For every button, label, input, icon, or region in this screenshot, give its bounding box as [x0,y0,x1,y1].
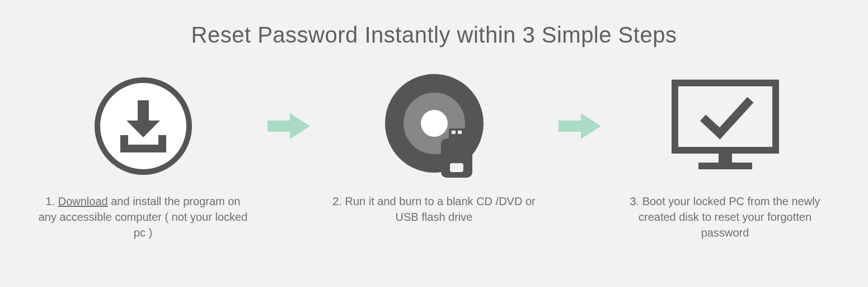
download-icon [31,70,255,182]
arrow-icon [255,70,322,182]
step-3: 3. Boot your locked PC from the newly cr… [613,70,837,240]
download-link[interactable]: Download [58,195,108,207]
steps-row: 1. Download and install the program on a… [11,70,857,240]
svg-rect-12 [450,163,463,172]
svg-rect-16 [719,150,732,163]
step-1-num: 1. [45,195,55,207]
step-2-num: 2. [332,195,342,207]
step-2-text: Run it and burn to a blank CD /DVD or US… [342,195,536,223]
step-1: 1. Download and install the program on a… [31,70,255,240]
step-3-caption: 3. Boot your locked PC from the newly cr… [613,182,837,240]
svg-marker-14 [581,113,601,139]
svg-rect-1 [138,100,149,121]
monitor-check-icon [613,70,837,182]
svg-rect-13 [559,121,581,132]
step-2: 2. Run it and burn to a blank CD /DVD or… [322,70,546,225]
svg-marker-4 [290,113,310,139]
disc-usb-icon [322,70,546,182]
svg-rect-10 [458,131,462,134]
arrow-icon [546,70,613,182]
step-2-caption: 2. Run it and burn to a blank CD /DVD or… [322,182,546,225]
step-3-num: 3. [630,195,639,207]
svg-rect-9 [452,131,456,134]
steps-container: Reset Password Instantly within 3 Simple… [0,0,868,240]
step-1-caption: 1. Download and install the program on a… [31,182,255,240]
svg-rect-8 [449,128,465,140]
svg-rect-3 [268,121,290,132]
svg-rect-17 [698,163,752,169]
page-title: Reset Password Instantly within 3 Simple… [11,22,857,48]
svg-rect-15 [675,83,776,150]
step-3-text: Boot your locked PC from the newly creat… [639,195,820,239]
svg-point-7 [421,110,448,137]
